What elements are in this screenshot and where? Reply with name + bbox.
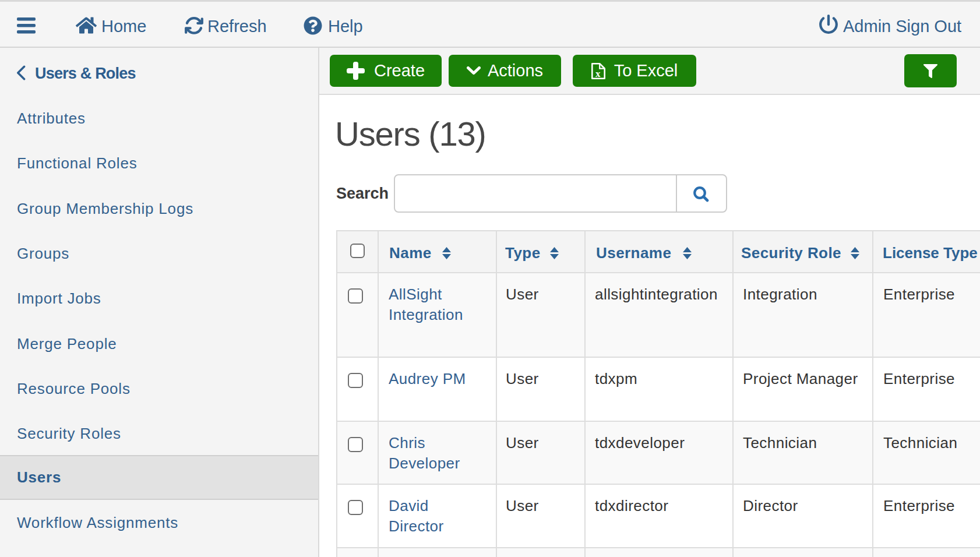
- svg-text:x: x: [595, 68, 601, 79]
